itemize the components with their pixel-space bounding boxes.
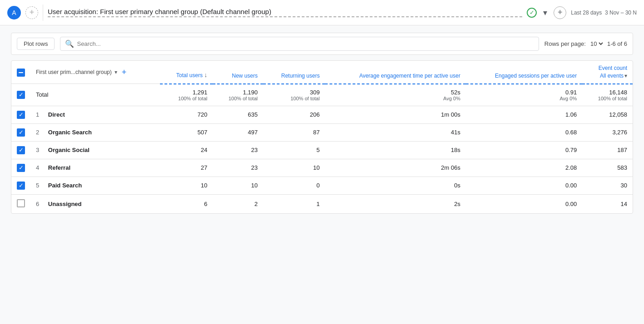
page-title: User acquisition: First user primary cha… [48,8,522,17]
search-icon: 🔍 [65,39,74,48]
row-returning-users: 87 [263,123,325,141]
row-checkbox-cell: ✓ [11,177,30,194]
status-icon: ✓ [527,8,537,18]
row-returning-users: 1 [263,194,325,213]
title-dropdown-button[interactable]: ▾ [541,7,549,19]
toolbar: Plot rows 🔍 Rows per page: 10 25 50 1-6 … [11,33,633,55]
row-checkbox[interactable]: ✓ [17,111,25,119]
row-number: 6 [36,201,39,207]
row-checkbox-cell: ✓ [11,159,30,177]
date-range: Last 28 days 3 Nov – 30 N [571,10,637,16]
select-all-checkbox[interactable] [17,69,25,77]
add-column-button[interactable]: + [120,68,129,77]
select-all-header [11,61,30,84]
row-name[interactable]: Unassigned [48,201,82,207]
total-total-users: 1,291 100% of total [160,84,213,106]
row-event-count: 187 [582,141,633,159]
total-returning-users: 309 100% of total [263,84,325,106]
plot-rows-button[interactable]: Plot rows [17,38,55,50]
row-avg-engagement: 18s [325,141,466,159]
row-number: 5 [36,182,39,189]
event-count-header[interactable]: Event count All events ▾ [582,61,633,84]
add-view-button[interactable]: + [554,6,566,19]
row-returning-users: 0 [263,177,325,194]
total-users-header[interactable]: Total users ↓ [160,61,213,84]
row-new-users: 635 [213,106,263,123]
search-box: 🔍 [60,37,539,51]
row-checkbox[interactable]: ✓ [17,164,25,172]
main-content: Plot rows 🔍 Rows per page: 10 25 50 1-6 … [0,25,644,324]
rows-per-page-label: Rows per page: [544,40,586,47]
total-row: ✓ Total 1,291 100% of total 1,190 100% o… [11,84,633,106]
search-input[interactable] [77,40,534,47]
row-checkbox-cell: ✓ [11,123,30,141]
avg-engagement-header[interactable]: Average engagement time per active user [325,61,466,84]
row-checkbox-cell [11,194,30,213]
row-total-users: 720 [160,106,213,123]
table-row: 6 Unassigned 6 2 1 2s 0.00 14 [11,194,633,213]
divider [43,5,43,21]
row-num-name: 3 Organic Social [30,141,160,159]
row-engaged-sessions: 0.00 [466,194,582,213]
engaged-sessions-header[interactable]: Engaged sessions per active user [466,61,582,84]
row-name[interactable]: Organic Search [48,129,92,136]
row-avg-engagement: 0s [325,177,466,194]
row-num-name: 5 Paid Search [30,177,160,194]
row-engaged-sessions: 1.06 [466,106,582,123]
dimension-header-label: First user prim...channel group) [36,69,112,76]
total-checkbox[interactable]: ✓ [17,91,25,99]
row-new-users: 2 [213,194,263,213]
row-num-name: 2 Organic Search [30,123,160,141]
row-name[interactable]: Direct [48,111,65,118]
total-checkbox-cell: ✓ [11,84,30,106]
total-avg-engagement: 52s Avg 0% [325,84,466,106]
row-event-count: 3,276 [582,123,633,141]
row-num-name: 4 Referral [30,159,160,177]
row-returning-users: 206 [263,106,325,123]
row-checkbox-cell: ✓ [11,141,30,159]
returning-users-header[interactable]: Returning users [263,61,325,84]
row-name[interactable]: Paid Search [48,182,82,189]
add-tab-button[interactable]: + [25,6,38,19]
total-event-count: 16,148 100% of total [582,84,633,106]
total-engaged-sessions: 0.91 Avg 0% [466,84,582,106]
row-checkbox[interactable]: ✓ [17,146,25,154]
row-returning-users: 5 [263,141,325,159]
row-number: 3 [36,147,39,153]
row-number: 2 [36,129,39,136]
row-checkbox[interactable] [17,199,25,207]
row-new-users: 10 [213,177,263,194]
table-row: ✓ 2 Organic Search 507 497 87 41s 0.68 3… [11,123,633,141]
row-checkbox-cell: ✓ [11,106,30,123]
row-avg-engagement: 2m 06s [325,159,466,177]
total-label: Total [30,84,160,106]
row-number: 1 [36,111,39,118]
row-avg-engagement: 41s [325,123,466,141]
dimension-column-header: First user prim...channel group) ▾ + [30,61,160,84]
row-total-users: 507 [160,123,213,141]
row-name[interactable]: Organic Social [48,147,90,153]
row-returning-users: 10 [263,159,325,177]
row-event-count: 30 [582,177,633,194]
rows-per-page: Rows per page: 10 25 50 1-6 of 6 [544,40,627,48]
rows-per-page-select[interactable]: 10 25 50 [589,40,604,48]
row-avg-engagement: 2s [325,194,466,213]
row-engaged-sessions: 2.08 [466,159,582,177]
total-new-users: 1,190 100% of total [213,84,263,106]
row-new-users: 497 [213,123,263,141]
row-event-count: 583 [582,159,633,177]
row-new-users: 23 [213,159,263,177]
dimension-filter-button[interactable]: ▾ [115,69,117,75]
table-row: ✓ 3 Organic Social 24 23 5 18s 0.79 187 [11,141,633,159]
row-num-name: 6 Unassigned [30,194,160,213]
row-engaged-sessions: 0.79 [466,141,582,159]
row-number: 4 [36,164,39,171]
row-num-name: 1 Direct [30,106,160,123]
row-engaged-sessions: 0.68 [466,123,582,141]
new-users-header[interactable]: New users [213,61,263,84]
row-checkbox[interactable]: ✓ [17,182,25,190]
row-event-count: 12,058 [582,106,633,123]
row-name[interactable]: Referral [48,164,70,171]
row-total-users: 24 [160,141,213,159]
row-checkbox[interactable]: ✓ [17,128,25,137]
